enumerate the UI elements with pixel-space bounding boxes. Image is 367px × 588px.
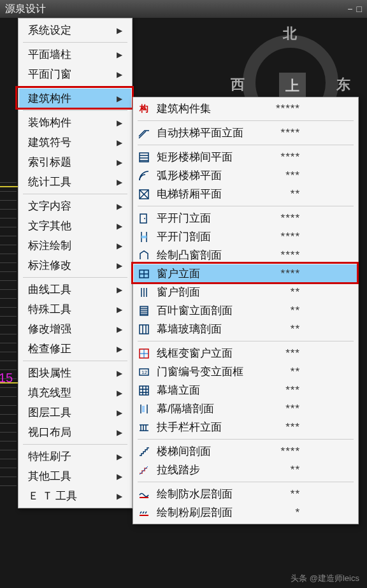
esc-icon [138, 127, 150, 140]
menu-item[interactable]: 平面门窗▶ [19, 64, 131, 84]
submenu-item[interactable]: 构建筑构件集***** [134, 99, 357, 118]
part-sec-icon [138, 403, 150, 415]
title-bar[interactable]: 源泉设计 − □ [0, 0, 367, 18]
stair-sec-icon [138, 445, 150, 458]
submenu-label: 扶手栏杆立面 [157, 420, 222, 434]
submenu-item[interactable]: 幕墙立面*** [134, 381, 357, 399]
submenu-item[interactable]: 绘制凸窗剖面**** [134, 246, 357, 264]
menu-item[interactable]: 平面墙柱▶ [19, 45, 131, 64]
submenu-item[interactable]: 绘制防水层剖面** [134, 485, 357, 503]
submenu-item[interactable]: 自动扶梯平面立面**** [134, 124, 357, 142]
frame2win-icon [138, 347, 150, 360]
rating-stars: ***** [217, 103, 301, 115]
menu-item[interactable]: 文字其他▶ [19, 216, 131, 236]
menu-item[interactable]: 检查修正▶ [19, 339, 131, 359]
submenu-arrow-icon: ▶ [117, 472, 122, 481]
submenu-arrow-icon: ▶ [117, 26, 122, 35]
menu-item[interactable]: 特性刷子▶ [19, 447, 131, 466]
submenu-item[interactable]: 幕/隔墙剖面*** [134, 399, 357, 418]
submenu-label: 拉线踏步 [157, 463, 200, 477]
submenu-item[interactable]: 幕墙玻璃剖面** [134, 320, 357, 338]
menu-label: 曲线工具 [28, 282, 71, 297]
submenu-item[interactable]: 扶手栏杆立面*** [134, 418, 357, 436]
door-elev-icon [138, 212, 150, 225]
submenu-item[interactable]: 电梯轿厢平面** [134, 185, 357, 203]
submenu-item[interactable]: 楼梯间剖面**** [134, 442, 357, 461]
sub-menu[interactable]: 构建筑构件集*****自动扶梯平面立面****矩形楼梯间平面****弧形楼梯平面… [133, 97, 359, 524]
menu-label: Ｅ Ｔ 工具 [28, 489, 77, 503]
submenu-label: 楼梯间剖面 [157, 444, 211, 459]
rail-icon [138, 421, 150, 434]
menu-item[interactable]: 索引标题▶ [19, 152, 131, 172]
rating-stars: ** [239, 488, 301, 501]
submenu-item[interactable]: 窗户立面**** [134, 264, 357, 283]
menu-item[interactable]: 图层工具▶ [19, 403, 131, 422]
submenu-label: 窗户剖面 [157, 285, 200, 299]
submenu-arrow-icon: ▶ [117, 178, 122, 187]
compass-east: 东 [336, 75, 350, 94]
menu-label: 标注修改 [28, 258, 71, 273]
submenu-label: 幕墙玻璃剖面 [157, 322, 222, 336]
minimize-icon[interactable]: − [347, 4, 352, 14]
menu-item[interactable]: 系统设定▶ [19, 20, 131, 40]
submenu-label: 自动扶梯平面立面 [157, 125, 243, 140]
svg-point-8 [144, 218, 145, 219]
submenu-item[interactable]: 窗户剖面** [134, 283, 357, 301]
submenu-arrow-icon: ▶ [117, 428, 122, 437]
submenu-label: 门窗编号变立面框 [157, 364, 243, 379]
menu-label: 填充线型 [28, 385, 71, 400]
menu-item[interactable]: 建筑构件▶ [19, 89, 131, 108]
tread-icon [138, 464, 150, 477]
menu-item[interactable]: 曲线工具▶ [19, 280, 131, 299]
menu-item[interactable]: 图块属性▶ [19, 363, 131, 383]
main-menu[interactable]: 系统设定▶平面墙柱▶平面门窗▶建筑构件▶装饰构件▶建筑符号▶索引标题▶统计工具▶… [18, 18, 133, 508]
rating-stars: ** [228, 188, 301, 201]
menu-item[interactable]: 标注绘制▶ [19, 236, 131, 255]
pin-icon[interactable]: □ [357, 4, 362, 14]
submenu-item[interactable]: 绘制粉刷层剖面* [134, 503, 357, 522]
grid-icon [138, 384, 150, 397]
menu-item[interactable]: 修改增强▶ [19, 319, 131, 339]
submenu-item[interactable]: 线框变窗户立面*** [134, 344, 357, 362]
submenu-item[interactable]: 拉线踏步** [134, 461, 357, 479]
submenu-item[interactable]: 12门窗编号变立面框** [134, 362, 357, 381]
louver-icon [138, 305, 150, 317]
menu-item[interactable]: 特殊工具▶ [19, 299, 131, 319]
menu-label: 建筑构件 [28, 91, 71, 106]
menu-label: 装饰构件 [28, 115, 71, 130]
submenu-arrow-icon: ▶ [117, 261, 122, 270]
submenu-item[interactable]: 矩形楼梯间平面**** [134, 148, 357, 166]
menu-item[interactable]: 装饰构件▶ [19, 113, 131, 133]
menu-item[interactable]: 视口布局▶ [19, 422, 131, 442]
rating-stars: **** [217, 231, 301, 243]
menu-item[interactable]: Ｅ Ｔ 工具▶ [19, 486, 131, 506]
submenu-item[interactable]: 平开门立面**** [134, 209, 357, 227]
submenu-item[interactable]: 百叶窗立面剖面** [134, 301, 357, 320]
rating-stars: *** [220, 403, 301, 415]
submenu-item[interactable]: 平开门剖面**** [134, 227, 357, 246]
menu-item[interactable]: 统计工具▶ [19, 172, 131, 192]
compass-top[interactable]: 上 [279, 73, 306, 99]
menu-item[interactable]: 其他工具▶ [19, 466, 131, 486]
submenu-arrow-icon: ▶ [117, 222, 122, 231]
submenu-arrow-icon: ▶ [117, 118, 122, 127]
menu-label: 特殊工具 [28, 302, 71, 317]
menu-item[interactable]: 填充线型▶ [19, 383, 131, 403]
rating-stars: *** [228, 169, 301, 182]
rating-stars: * [239, 506, 301, 519]
submenu-item[interactable]: 弧形楼梯平面*** [134, 166, 357, 185]
submenu-arrow-icon: ▶ [117, 138, 122, 147]
menu-item[interactable]: 文字内容▶ [19, 196, 131, 216]
x-box-icon [138, 188, 150, 201]
submenu-arrow-icon: ▶ [117, 369, 122, 378]
submenu-arrow-icon: ▶ [117, 325, 122, 334]
menu-label: 标注绘制 [28, 238, 71, 253]
submenu-label: 绘制凸窗剖面 [157, 248, 222, 262]
menu-item[interactable]: 标注修改▶ [19, 255, 131, 275]
menu-label: 系统设定 [28, 23, 71, 38]
plaster-icon [138, 506, 150, 519]
submenu-label: 绘制粉刷层剖面 [157, 505, 233, 520]
menu-item[interactable]: 建筑符号▶ [19, 133, 131, 152]
door-sec-icon [138, 231, 150, 243]
menu-label: 修改增强 [28, 322, 71, 336]
